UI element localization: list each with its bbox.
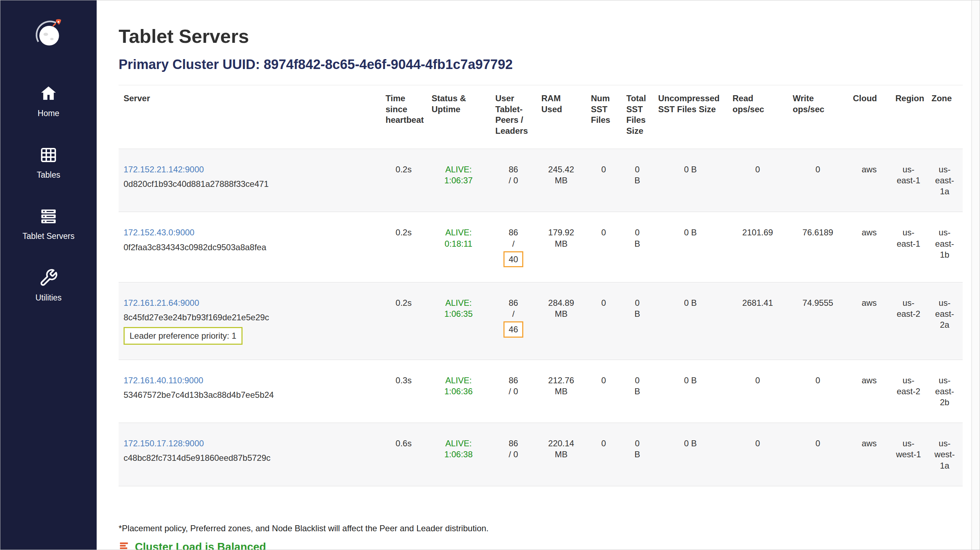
ram-cell: 179.92 MB — [536, 212, 586, 283]
total-sst-value: 0 — [626, 375, 648, 386]
total-sst-unit: B — [626, 449, 648, 460]
sidebar-item-tablet-servers[interactable]: Tablet Servers — [22, 207, 74, 242]
server-link[interactable]: 172.152.43.0:9000 — [124, 227, 194, 237]
total-sst-value: 0 — [626, 438, 648, 449]
ram-cell: 212.76 MB — [536, 359, 586, 423]
status-uptime-text: 1:06:36 — [431, 386, 485, 397]
status-uptime-text: 1:06:38 — [431, 449, 485, 460]
ram-cell: 220.14 MB — [536, 423, 586, 486]
table-row: 172.161.40.110:9000 53467572be7c4d13b3ac… — [119, 359, 963, 423]
server-cell: 172.150.17.128:9000 c48bc82fc7314d5e9186… — [119, 423, 380, 486]
peers-separator: / — [495, 238, 531, 249]
zone-cell: us-east-2b — [926, 359, 963, 423]
server-uuid-text: c48bc82fc7314d5e91860eed87b5729c — [124, 452, 375, 463]
total-sst-cell: 0 B — [621, 283, 653, 360]
col-num-sst-files: Num SST Files — [586, 85, 621, 149]
write-ops-cell: 0 — [788, 359, 848, 423]
total-sst-unit: B — [626, 238, 648, 249]
col-heartbeat: Time since heartbeat — [380, 85, 426, 149]
write-ops-cell: 74.9555 — [788, 283, 848, 360]
server-uuid-text: 0d820cf1b93c40d881a27888f33ce471 — [124, 178, 375, 189]
table-row: 172.152.21.142:9000 0d820cf1b93c40d881a2… — [119, 149, 963, 212]
leaders-count: / 0 — [495, 449, 531, 460]
peers-cell: 86 / 0 — [490, 359, 536, 423]
peers-cell: 86 / 0 — [490, 149, 536, 212]
server-link[interactable]: 172.152.21.142:9000 — [124, 165, 204, 174]
heartbeat-cell: 0.3s — [380, 359, 426, 423]
num-sst-cell: 0 — [586, 149, 621, 212]
region-cell: us-east-2 — [891, 359, 926, 423]
status-alive-text: ALIVE: — [431, 297, 485, 308]
total-sst-unit: B — [626, 175, 648, 186]
ram-cell: 245.42 MB — [536, 149, 586, 212]
tablet-servers-icon — [39, 207, 58, 232]
total-sst-unit: B — [626, 386, 648, 397]
col-total-sst-size: Total SST Files Size — [621, 85, 653, 149]
region-cell: us-east-1 — [891, 212, 926, 283]
uncompressed-sst-cell: 0 B — [653, 423, 727, 486]
num-sst-cell: 0 — [586, 423, 621, 486]
server-link[interactable]: 172.161.21.64:9000 — [124, 298, 199, 308]
region-cell: us-west-1 — [891, 423, 926, 486]
read-ops-cell: 0 — [727, 149, 788, 212]
zone-cell: us-east-1a — [926, 149, 963, 212]
status-uptime-text: 1:06:35 — [431, 308, 485, 319]
col-write-ops: Write ops/sec — [788, 85, 848, 149]
status-cell: ALIVE: 1:06:36 — [426, 359, 490, 423]
write-ops-cell: 0 — [788, 149, 848, 212]
leaders-count: / 0 — [495, 386, 531, 397]
sidebar-item-tables[interactable]: Tables — [37, 145, 60, 180]
status-uptime-text: 0:18:11 — [431, 238, 485, 249]
uncompressed-sst-cell: 0 B — [653, 283, 727, 360]
table-row: 172.161.21.64:9000 8c45fd27e3e24b7b93f16… — [119, 283, 963, 360]
server-cell: 172.161.40.110:9000 53467572be7c4d13b3ac… — [119, 359, 380, 423]
write-ops-cell: 0 — [788, 423, 848, 486]
main-content: Tablet Servers Primary Cluster UUID: 897… — [97, 0, 972, 550]
status-cell: ALIVE: 1:06:38 — [426, 423, 490, 486]
sidebar-item-label: Home — [38, 109, 59, 119]
total-sst-cell: 0 B — [621, 149, 653, 212]
region-cell: us-east-1 — [891, 149, 926, 212]
peers-count: 86 — [495, 227, 531, 238]
cluster-uuid-heading: Primary Cluster UUID: 8974f842-8c65-4e6f… — [119, 57, 972, 72]
server-link[interactable]: 172.150.17.128:9000 — [124, 439, 204, 448]
zone-cell: us-east-1b — [926, 212, 963, 283]
scrollbar-track[interactable] — [972, 0, 980, 550]
peers-count: 86 — [495, 375, 531, 386]
status-alive-text: ALIVE: — [431, 438, 485, 449]
total-sst-value: 0 — [626, 164, 648, 175]
sidebar-item-utilities[interactable]: Utilities — [35, 268, 62, 303]
col-status-uptime: Status & Uptime — [426, 85, 490, 149]
num-sst-cell: 0 — [586, 212, 621, 283]
server-cell: 172.152.21.142:9000 0d820cf1b93c40d881a2… — [119, 149, 380, 212]
placement-policy-note: *Placement policy, Preferred zones, and … — [119, 523, 488, 533]
peers-cell: 86 / 0 — [490, 423, 536, 486]
heartbeat-cell: 0.2s — [380, 283, 426, 360]
col-peers-leaders: User Tablet-Peers / Leaders — [490, 85, 536, 149]
tables-icon — [39, 145, 58, 170]
server-uuid-text: 0f2faa3c834343c0982dc9503a8a8fea — [124, 242, 375, 253]
cloud-cell: aws — [848, 149, 891, 212]
col-region: Region — [891, 85, 926, 149]
peers-count: 86 — [495, 438, 531, 449]
col-cloud: Cloud — [848, 85, 891, 149]
server-link[interactable]: 172.161.40.110:9000 — [124, 375, 203, 385]
status-cell: ALIVE: 0:18:11 — [426, 212, 490, 283]
num-sst-cell: 0 — [586, 359, 621, 423]
cloud-cell: aws — [848, 212, 891, 283]
peers-cell: 86 / 40 — [490, 212, 536, 283]
leaders-highlight-box: 46 — [503, 321, 523, 337]
status-alive-text: ALIVE: — [431, 227, 485, 238]
uncompressed-sst-cell: 0 B — [653, 359, 727, 423]
sidebar-item-home[interactable]: Home — [38, 84, 59, 119]
leader-preference-highlight-box: Leader preference priority: 1 — [124, 327, 242, 344]
read-ops-cell: 2681.41 — [727, 283, 788, 360]
zone-cell: us-east-2a — [926, 283, 963, 360]
status-alive-text: ALIVE: — [431, 164, 485, 175]
tablet-servers-table: Server Time since heartbeat Status & Upt… — [119, 85, 963, 486]
heartbeat-cell: 0.6s — [380, 423, 426, 486]
total-sst-unit: B — [626, 308, 648, 319]
zone-cell: us-west-1a — [926, 423, 963, 486]
read-ops-cell: 0 — [727, 423, 788, 486]
table-row: 172.150.17.128:9000 c48bc82fc7314d5e9186… — [119, 423, 963, 486]
